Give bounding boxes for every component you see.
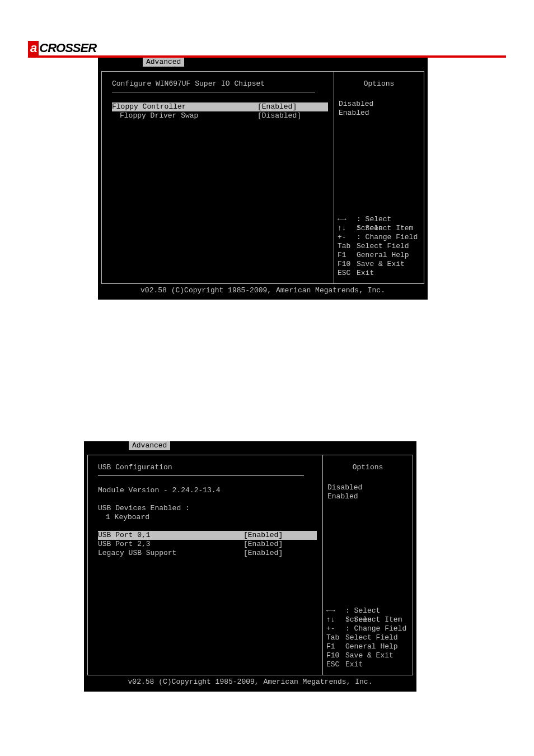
- help-key: ↑↓: [338, 224, 357, 233]
- options-title: Options: [339, 80, 419, 88]
- help-key: +-: [326, 624, 345, 633]
- help-row: F10Save & Exit: [338, 260, 420, 269]
- help-key: F10: [326, 651, 345, 660]
- help-row: F1General Help: [338, 251, 420, 260]
- usb-devices-label: USB Devices Enabled :: [98, 504, 317, 513]
- option-item[interactable]: Enabled: [339, 109, 419, 118]
- help-key: ↑↓: [326, 615, 345, 624]
- option-item[interactable]: Disabled: [327, 483, 408, 492]
- help-text: General Help: [357, 251, 409, 260]
- help-row: TabSelect Field: [326, 633, 409, 642]
- left-pane: USB Configuration Module Version - 2.24.…: [88, 455, 323, 675]
- options-title: Options: [327, 463, 408, 472]
- setting-value: [Enabled]: [243, 540, 299, 549]
- tab-bar: Advanced: [84, 441, 416, 451]
- setting-row[interactable]: USB Port 0,1[Enabled]: [98, 531, 317, 540]
- logo-prefix: a: [28, 41, 39, 55]
- help-key: Tab: [338, 242, 357, 251]
- brand-logo: a CROSSER: [28, 41, 96, 55]
- section-title: Configure WIN697UF Super IO Chipset: [112, 80, 328, 88]
- title-underline: [98, 475, 304, 476]
- option-item[interactable]: Disabled: [339, 100, 419, 109]
- help-text: : Change Field: [345, 624, 406, 633]
- help-text: Select Field: [345, 633, 398, 642]
- help-key: F1: [326, 642, 345, 651]
- help-text: : Change Field: [357, 233, 418, 242]
- help-text: Exit: [345, 660, 363, 669]
- module-version: Module Version - 2.24.2-13.4: [98, 486, 317, 495]
- bios-screen-2: Advanced USB Configuration Module Versio…: [84, 441, 416, 692]
- bios-screen-1: Advanced Configure WIN697UF Super IO Chi…: [98, 58, 428, 300]
- help-text: Select Field: [357, 242, 409, 251]
- help-key: ←→: [326, 606, 345, 615]
- setting-row[interactable]: USB Port 2,3[Enabled]: [98, 540, 317, 549]
- setting-value: [Disabled]: [257, 111, 313, 120]
- help-text: Save & Exit: [345, 651, 394, 660]
- help-text: General Help: [345, 642, 398, 651]
- section-title: USB Configuration: [98, 463, 317, 472]
- setting-value: [Enabled]: [257, 102, 313, 111]
- tab-advanced[interactable]: Advanced: [143, 58, 184, 67]
- logo-rest: CROSSER: [39, 41, 96, 55]
- option-item[interactable]: Enabled: [327, 492, 408, 501]
- copyright: v02.58 (C)Copyright 1985-2009, American …: [98, 286, 428, 296]
- setting-row[interactable]: Floppy Controller[Enabled]: [112, 102, 328, 111]
- setting-label: USB Port 0,1: [98, 531, 243, 540]
- setting-row[interactable]: Floppy Driver Swap[Disabled]: [112, 111, 328, 120]
- bios-body: USB Configuration Module Version - 2.24.…: [87, 455, 413, 675]
- setting-label: USB Port 2,3: [98, 540, 243, 549]
- header-bar: a CROSSER: [28, 42, 506, 58]
- setting-value: [Enabled]: [243, 549, 299, 558]
- setting-label: Floppy Driver Swap: [112, 111, 257, 120]
- help-block: ←→: Select Screen↑↓: Select Item+-: Chan…: [338, 215, 420, 278]
- help-row: TabSelect Field: [338, 242, 420, 251]
- help-row: ESCExit: [338, 269, 420, 278]
- right-pane: Options DisabledEnabled ←→: Select Scree…: [334, 72, 424, 283]
- help-row: +-: Change Field: [326, 624, 409, 633]
- usb-devices-block: USB Devices Enabled : 1 Keyboard: [98, 504, 317, 522]
- setting-row[interactable]: Legacy USB Support[Enabled]: [98, 549, 317, 558]
- setting-label: Legacy USB Support: [98, 549, 243, 558]
- left-pane: Configure WIN697UF Super IO Chipset Flop…: [102, 72, 334, 283]
- help-row: ↑↓: Select Item: [326, 615, 409, 624]
- help-key: ←→: [338, 215, 357, 224]
- help-row: +-: Change Field: [338, 233, 420, 242]
- help-key: ESC: [326, 660, 345, 669]
- help-row: F1General Help: [326, 642, 409, 651]
- help-text: : Select Item: [345, 615, 402, 624]
- help-key: F10: [338, 260, 357, 269]
- usb-devices-value: 1 Keyboard: [98, 513, 317, 522]
- help-text: : Select Item: [357, 224, 413, 233]
- help-key: Tab: [326, 633, 345, 642]
- right-pane: Options DisabledEnabled ←→: Select Scree…: [323, 455, 413, 675]
- copyright: v02.58 (C)Copyright 1985-2009, American …: [84, 678, 416, 688]
- help-row: ←→: Select Screen: [338, 215, 420, 224]
- bios-body: Configure WIN697UF Super IO Chipset Flop…: [101, 71, 424, 284]
- help-block: ←→: Select Screen↑↓: Select Item+-: Chan…: [326, 606, 409, 669]
- title-underline: [112, 92, 315, 92]
- help-row: ↑↓: Select Item: [338, 224, 420, 233]
- help-text: : Select Screen: [357, 215, 420, 224]
- help-text: Save & Exit: [357, 260, 405, 269]
- help-row: ESCExit: [326, 660, 409, 669]
- tab-bar: Advanced: [98, 58, 428, 68]
- tab-advanced[interactable]: Advanced: [129, 441, 170, 450]
- help-key: ESC: [338, 269, 357, 278]
- help-row: F10Save & Exit: [326, 651, 409, 660]
- help-text: : Select Screen: [345, 606, 409, 615]
- help-text: Exit: [357, 269, 374, 278]
- help-row: ←→: Select Screen: [326, 606, 409, 615]
- help-key: F1: [338, 251, 357, 260]
- setting-value: [Enabled]: [243, 531, 299, 540]
- setting-label: Floppy Controller: [112, 102, 257, 111]
- help-key: +-: [338, 233, 357, 242]
